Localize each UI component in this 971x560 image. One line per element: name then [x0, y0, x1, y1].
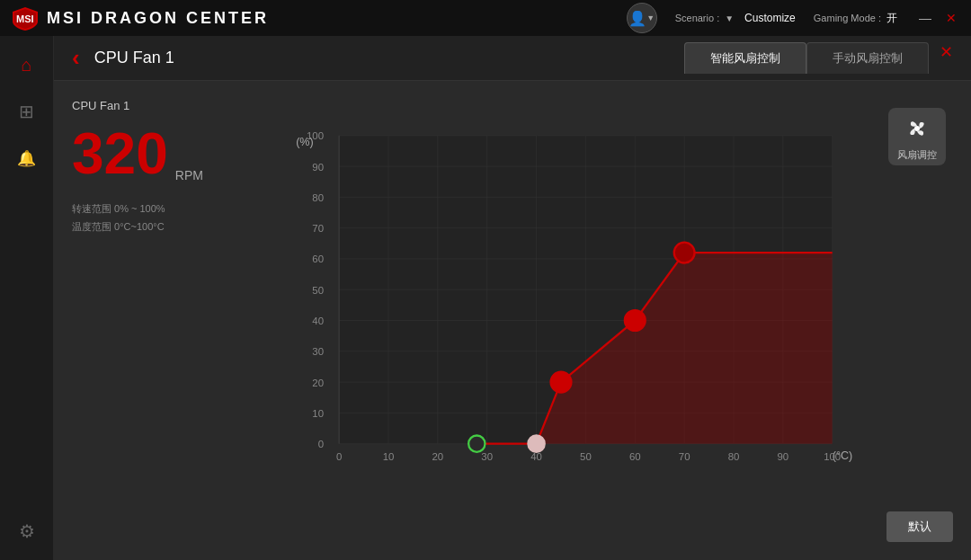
- user-button[interactable]: 👤 ▼: [627, 3, 657, 33]
- svg-text:30: 30: [312, 346, 324, 357]
- content-area: ‹ CPU Fan 1 智能风扇控制 手动风扇控制 ✕ CPU Fan 1 32…: [54, 36, 971, 560]
- svg-text:50: 50: [312, 285, 324, 296]
- svg-text:90: 90: [312, 162, 324, 173]
- svg-text:20: 20: [312, 378, 324, 388]
- page-title: CPU Fan 1: [94, 49, 174, 67]
- chart-point-2[interactable]: [528, 436, 544, 452]
- fan-range-info: 转速范围 0% ~ 100% 温度范围 0°C~100°C: [72, 200, 270, 236]
- temp-range-label: 温度范围 0°C~100°C: [72, 218, 270, 236]
- scenario-label: Scenario :: [675, 13, 720, 23]
- chart-area[interactable]: (%)​ (°C): [288, 99, 863, 542]
- chart-point-4[interactable]: [625, 310, 646, 331]
- user-icon: 👤: [628, 10, 646, 27]
- speed-range-label: 转速范围 0% ~ 100%: [72, 200, 270, 218]
- svg-text:70: 70: [679, 451, 690, 462]
- tab-smart-fan[interactable]: 智能风扇控制: [684, 42, 806, 74]
- chart-point-3[interactable]: [551, 372, 572, 393]
- fan-name-label: CPU Fan 1: [72, 99, 270, 112]
- sub-header: ‹ CPU Fan 1 智能风扇控制 手动风扇控制 ✕: [54, 36, 971, 81]
- close-button[interactable]: ✕: [942, 11, 960, 25]
- svg-text:40: 40: [312, 316, 324, 326]
- tabs-section: 智能风扇控制 手动风扇控制 ✕: [684, 42, 953, 74]
- svg-text:50: 50: [580, 451, 592, 462]
- svg-text:60: 60: [629, 451, 641, 462]
- app-title: MSI DRAGON CENTER: [47, 9, 269, 28]
- msi-shield-icon: MSI: [11, 5, 40, 31]
- fan-rpm-value: 320: [72, 125, 168, 182]
- scenario-value: Customize: [744, 12, 796, 24]
- svg-text:80: 80: [312, 192, 324, 203]
- svg-text:80: 80: [728, 451, 740, 462]
- gaming-mode-value: 开: [886, 11, 897, 26]
- scenario-dropdown-icon[interactable]: ▼: [725, 13, 734, 23]
- svg-text:10: 10: [312, 408, 324, 419]
- title-bar-left: MSI MSI DRAGON CENTER: [11, 5, 269, 31]
- sidebar-item-alerts[interactable]: 🔔: [7, 138, 47, 178]
- chart-point-5[interactable]: [674, 243, 695, 263]
- sidebar-item-apps[interactable]: ⊞: [7, 92, 47, 131]
- rpm-row: 320 RPM: [72, 121, 270, 182]
- bell-icon: 🔔: [17, 149, 36, 168]
- sidebar-item-home[interactable]: ⌂: [7, 45, 47, 84]
- svg-text:20: 20: [432, 451, 444, 462]
- default-button[interactable]: 默认: [886, 511, 953, 542]
- svg-text:0: 0: [318, 439, 324, 449]
- scenario-section: Scenario : ▼ Customize: [675, 12, 796, 24]
- gear-icon: ⚙: [19, 520, 35, 542]
- svg-text:0: 0: [336, 451, 342, 462]
- msi-logo: MSI MSI DRAGON CENTER: [11, 5, 269, 31]
- svg-text:90: 90: [778, 451, 789, 462]
- left-panel: CPU Fan 1 320 RPM 转速范围 0% ~ 100% 温度范围 0°…: [72, 99, 270, 542]
- tab-manual-fan[interactable]: 手动风扇控制: [806, 42, 929, 74]
- svg-text:100: 100: [824, 451, 841, 462]
- svg-text:60: 60: [312, 254, 324, 265]
- main-layout: ⌂ ⊞ 🔔 ⚙ ‹ CPU Fan 1 智能风扇控制 手动风扇控制 ✕: [0, 36, 971, 560]
- fan-icon-label: 风扇调控: [897, 148, 937, 162]
- panel-close-button[interactable]: ✕: [940, 42, 953, 74]
- apps-icon: ⊞: [19, 101, 34, 122]
- svg-text:MSI: MSI: [16, 13, 34, 24]
- gaming-mode-section: Gaming Mode : 开: [814, 11, 897, 26]
- fan-curve-chart[interactable]: (%)​ (°C): [288, 99, 863, 542]
- minimize-button[interactable]: —: [915, 11, 935, 25]
- sidebar: ⌂ ⊞ 🔔 ⚙: [0, 36, 54, 560]
- svg-text:100: 100: [307, 130, 324, 141]
- back-button[interactable]: ‹: [72, 44, 80, 72]
- svg-point-48: [914, 126, 920, 131]
- chart-point-1[interactable]: [468, 436, 485, 452]
- gaming-mode-label: Gaming Mode :: [814, 13, 881, 23]
- dropdown-arrow: ▼: [646, 13, 655, 22]
- right-panel: 风扇调控: [881, 99, 953, 542]
- title-bar: MSI MSI DRAGON CENTER 👤 ▼ Scenario : ▼ C…: [0, 0, 971, 36]
- title-bar-right: 👤 ▼ Scenario : ▼ Customize Gaming Mode :…: [627, 3, 960, 33]
- svg-text:70: 70: [312, 223, 324, 234]
- window-controls: — ✕: [915, 11, 960, 25]
- sidebar-item-settings[interactable]: ⚙: [7, 511, 47, 551]
- fan-content: CPU Fan 1 320 RPM 转速范围 0% ~ 100% 温度范围 0°…: [54, 81, 971, 560]
- fan-control-button[interactable]: 风扇调控: [888, 108, 946, 165]
- rpm-unit: RPM: [175, 168, 203, 182]
- svg-text:10: 10: [383, 451, 395, 462]
- fan-icon: [901, 112, 933, 145]
- home-icon: ⌂: [21, 55, 31, 76]
- svg-text:30: 30: [481, 451, 493, 462]
